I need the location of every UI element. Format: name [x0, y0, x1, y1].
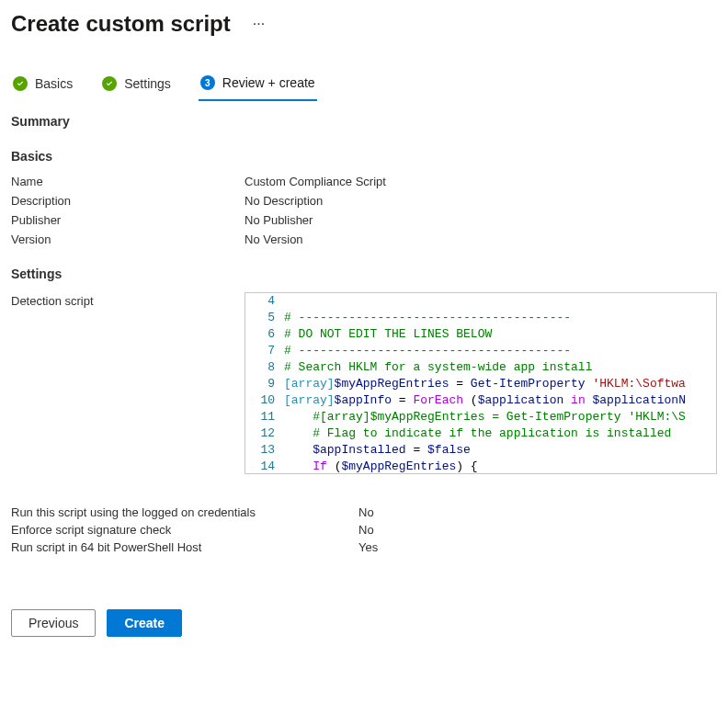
- step-number-badge: 3: [200, 75, 215, 90]
- wizard-tabs: Basics Settings 3 Review + create: [11, 70, 717, 101]
- tab-label: Basics: [35, 76, 73, 91]
- ps64-value: Yes: [358, 540, 717, 554]
- more-icon[interactable]: ···: [253, 16, 265, 32]
- basics-heading: Basics: [11, 149, 717, 164]
- code-lines: # --------------------------------------…: [284, 293, 716, 473]
- tab-settings[interactable]: Settings: [100, 70, 173, 101]
- tab-label: Review + create: [222, 75, 315, 90]
- version-value: No Version: [245, 232, 717, 246]
- page-title: Create custom script: [11, 11, 231, 37]
- detection-script-preview: 4567891011121314 # ---------------------…: [245, 292, 717, 474]
- create-button[interactable]: Create: [107, 609, 182, 637]
- tab-label: Settings: [124, 76, 171, 91]
- previous-button[interactable]: Previous: [11, 609, 96, 637]
- code-gutter: 4567891011121314: [245, 293, 284, 473]
- run-logged-value: No: [358, 505, 717, 519]
- description-label: Description: [11, 194, 245, 208]
- sig-check-label: Enforce script signature check: [11, 523, 358, 537]
- tab-review-create[interactable]: 3 Review + create: [199, 70, 317, 101]
- footer-buttons: Previous Create: [11, 609, 717, 637]
- settings-heading: Settings: [11, 266, 717, 281]
- description-value: No Description: [245, 194, 717, 208]
- publisher-value: No Publisher: [245, 213, 717, 227]
- ps64-label: Run script in 64 bit PowerShell Host: [11, 540, 358, 554]
- check-icon: [102, 76, 117, 91]
- run-logged-label: Run this script using the logged on cred…: [11, 505, 358, 519]
- name-label: Name: [11, 175, 245, 188]
- check-icon: [13, 76, 28, 91]
- publisher-label: Publisher: [11, 213, 245, 227]
- summary-heading: Summary: [11, 114, 717, 129]
- version-label: Version: [11, 232, 245, 246]
- detection-script-label: Detection script: [11, 292, 245, 308]
- name-value: Custom Compliance Script: [245, 175, 717, 188]
- tab-basics[interactable]: Basics: [11, 70, 74, 101]
- sig-check-value: No: [358, 523, 717, 537]
